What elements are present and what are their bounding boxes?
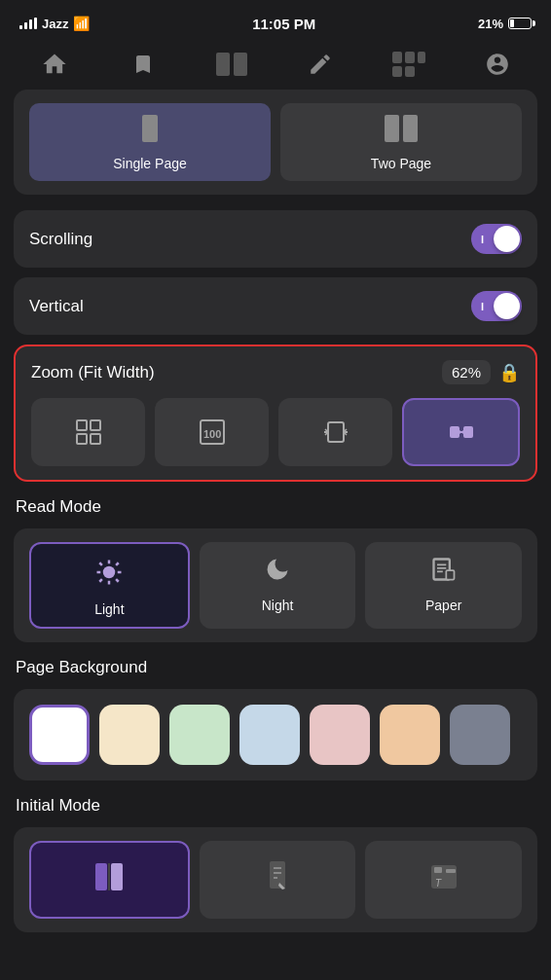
night-label: Night	[262, 598, 294, 613]
svg-rect-0	[216, 53, 230, 76]
color-peach[interactable]	[380, 705, 440, 765]
svg-rect-5	[392, 66, 402, 77]
svg-rect-3	[405, 52, 415, 63]
zoom-value-container: 62% 🔒	[442, 360, 520, 384]
two-page-label: Two Page	[371, 156, 431, 171]
annotate-icon	[262, 859, 293, 901]
read-mode-section: Read Mode	[14, 497, 537, 642]
moon-icon	[264, 556, 291, 590]
svg-rect-35	[446, 570, 454, 579]
grid-pages-icon[interactable]	[386, 47, 432, 82]
scrolling-toggle-row: Scrolling I	[14, 210, 537, 268]
svg-text:T: T	[435, 878, 442, 889]
two-page-icon	[384, 113, 419, 150]
initial-mode-photo-button[interactable]: T	[365, 841, 522, 919]
color-green[interactable]	[169, 705, 230, 765]
color-blue[interactable]	[239, 705, 300, 765]
page-background-section: Page Background	[14, 658, 537, 780]
battery-icon	[508, 18, 532, 29]
svg-line-28	[116, 579, 119, 582]
svg-rect-1	[234, 53, 247, 76]
vertical-label: Vertical	[29, 297, 84, 316]
read-mode-buttons: Light Night	[14, 528, 537, 642]
single-page-button[interactable]: Single Page	[29, 103, 271, 181]
color-pink[interactable]	[310, 705, 370, 765]
page-thumbnail-icon[interactable]	[208, 47, 255, 82]
svg-rect-6	[405, 66, 415, 77]
svg-rect-45	[446, 869, 456, 873]
svg-text:100: 100	[203, 428, 221, 440]
battery-percent-label: 21%	[478, 17, 503, 31]
zoom-title: Zoom (Fit Width)	[31, 363, 155, 382]
status-bar: Jazz 📶 11:05 PM 21%	[0, 0, 551, 43]
color-gray[interactable]	[450, 705, 510, 765]
photo-icon: T	[428, 859, 459, 901]
top-nav	[0, 43, 551, 90]
page-background-label: Page Background	[14, 658, 537, 677]
svg-point-22	[103, 566, 116, 579]
svg-rect-9	[403, 115, 418, 142]
svg-rect-10	[77, 420, 87, 430]
light-label: Light	[94, 601, 124, 617]
zoom-100-button[interactable]: 100	[155, 398, 269, 466]
read-mode-light-button[interactable]: Light	[29, 542, 190, 629]
initial-mode-label: Initial Mode	[14, 796, 537, 816]
zoom-header: Zoom (Fit Width) 62% 🔒	[31, 360, 520, 384]
scrolling-toggle[interactable]: I	[471, 224, 522, 254]
status-right: 21%	[478, 17, 532, 31]
wifi-icon: 📶	[73, 16, 90, 31]
initial-mode-annotate-button[interactable]	[200, 841, 356, 919]
read-mode-paper-button[interactable]: Paper	[365, 542, 522, 629]
book-icon	[92, 859, 127, 901]
zoom-fit-button[interactable]	[31, 398, 145, 466]
signal-bars-icon	[19, 18, 37, 29]
svg-rect-20	[463, 426, 473, 438]
zoom-horizontal-button[interactable]	[402, 398, 520, 466]
edit-icon[interactable]	[297, 47, 344, 82]
color-cream[interactable]	[99, 705, 160, 765]
two-page-button[interactable]: Two Page	[280, 103, 522, 181]
read-mode-night-button[interactable]: Night	[200, 542, 356, 629]
svg-rect-7	[142, 115, 158, 142]
paper-icon	[430, 556, 458, 590]
svg-rect-12	[77, 434, 87, 444]
svg-rect-19	[450, 426, 459, 438]
single-page-icon	[134, 113, 165, 150]
home-icon[interactable]	[31, 47, 78, 82]
zoom-buttons: 100	[31, 398, 520, 466]
svg-rect-2	[392, 52, 402, 63]
color-white[interactable]	[29, 705, 90, 765]
vertical-toggle-row: Vertical I	[14, 277, 537, 335]
sun-icon	[94, 558, 124, 594]
svg-rect-8	[385, 115, 399, 142]
time-label: 11:05 PM	[252, 16, 315, 32]
zoom-value-label: 62%	[442, 360, 491, 384]
main-content: Single Page Two Page Scrolling I Vertica…	[0, 90, 551, 932]
bookmark-icon[interactable]	[120, 47, 166, 82]
page-background-colors	[14, 689, 537, 780]
initial-mode-section: Initial Mode	[14, 796, 537, 932]
svg-rect-37	[111, 863, 123, 890]
scrolling-label: Scrolling	[29, 230, 92, 249]
settings-icon[interactable]	[474, 47, 521, 82]
status-left: Jazz 📶	[19, 16, 90, 31]
svg-rect-11	[91, 420, 100, 430]
initial-mode-book-button[interactable]	[29, 841, 190, 919]
zoom-width-button[interactable]	[278, 398, 392, 466]
page-layout-row: Single Page Two Page	[29, 103, 522, 181]
zoom-section: Zoom (Fit Width) 62% 🔒 100	[14, 345, 537, 482]
svg-line-30	[100, 579, 103, 582]
page-layout-card: Single Page Two Page	[14, 90, 537, 195]
svg-line-27	[100, 563, 103, 565]
svg-rect-39	[270, 861, 285, 889]
lock-icon[interactable]: 🔒	[498, 362, 520, 383]
vertical-toggle[interactable]: I	[471, 291, 522, 321]
initial-mode-buttons: T	[14, 827, 537, 932]
svg-rect-44	[434, 867, 442, 873]
read-mode-label: Read Mode	[14, 497, 537, 517]
carrier-label: Jazz	[42, 17, 68, 31]
svg-rect-36	[95, 863, 107, 890]
svg-rect-13	[91, 434, 100, 444]
paper-label: Paper	[425, 598, 461, 613]
svg-line-29	[116, 563, 119, 565]
